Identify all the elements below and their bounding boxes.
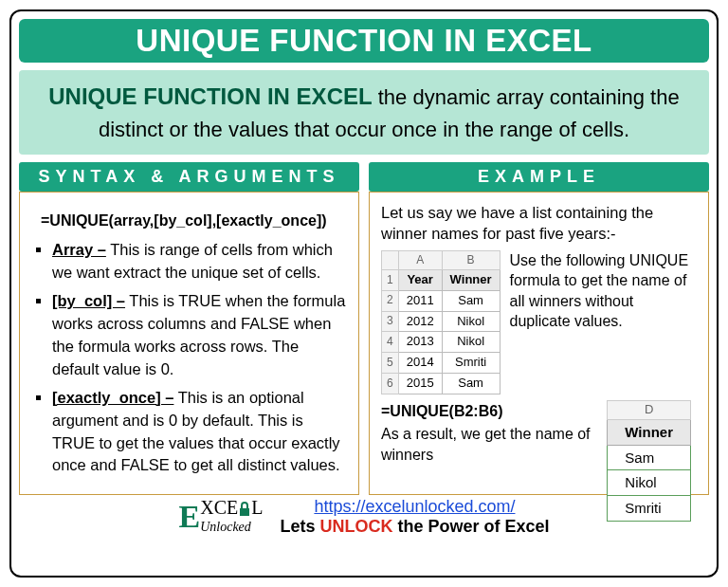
- example-body: Let us say we have a list containing the…: [369, 192, 709, 495]
- logo-letter-e: E: [179, 503, 201, 532]
- row-num: 3: [382, 311, 399, 332]
- example-row1: AB 1YearWinner 22011Sam 32012Nikol 42013…: [381, 250, 697, 394]
- example-intro: Let us say we have a list containing the…: [381, 202, 697, 245]
- syntax-heading: SYNTAX & ARGUMENTS: [19, 162, 359, 192]
- syntax-column: SYNTAX & ARGUMENTS =UNIQUE(array,[by_col…: [19, 162, 359, 495]
- main-title: UNIQUE FUNCTION IN EXCEL: [19, 19, 709, 63]
- header-year: Year: [398, 269, 442, 290]
- col-header-b: B: [442, 250, 500, 269]
- example-column: EXAMPLE Let us say we have a list contai…: [369, 162, 709, 495]
- description-lead: UNIQUE FUNCTION IN EXCEL: [48, 83, 372, 109]
- cell: 2011: [398, 290, 442, 311]
- cell: 2012: [398, 311, 442, 332]
- row-num: 2: [382, 290, 399, 311]
- arg-item: [exactly_once] – This is an optional arg…: [52, 387, 347, 478]
- syntax-formula: =UNIQUE(array,[by_col],[exactly_once]): [41, 210, 347, 231]
- columns-wrap: SYNTAX & ARGUMENTS =UNIQUE(array,[by_col…: [19, 162, 709, 495]
- arg-item: [by_col] – This is TRUE when the formula…: [52, 290, 347, 381]
- argument-list: Array – This is range of cells from whic…: [31, 239, 347, 477]
- logo-text-top: XCEL: [200, 497, 263, 518]
- cell: 2013: [398, 332, 442, 353]
- cell: 2015: [398, 374, 442, 394]
- result-cell: Sam: [608, 445, 691, 470]
- syntax-body: =UNIQUE(array,[by_col],[exactly_once]) A…: [19, 192, 359, 495]
- logo: E XCEL Unlocked: [179, 499, 264, 535]
- infographic-card: UNIQUE FUNCTION IN EXCEL UNIQUE FUNCTION…: [9, 9, 719, 578]
- result-cell: Smriti: [608, 496, 691, 522]
- example-row2: =UNIQUE(B2:B6) As a result, we get the n…: [381, 400, 697, 522]
- arg-name: Array –: [52, 241, 106, 258]
- row-num: 4: [382, 332, 399, 353]
- row-num: 1: [382, 269, 399, 290]
- arg-name: [exactly_once] –: [52, 389, 173, 406]
- example-instruction: Use the following UNIQUE formula to get …: [510, 250, 697, 394]
- lock-icon: [239, 502, 250, 517]
- row-num: 6: [382, 374, 399, 394]
- cell: Smriti: [442, 353, 500, 374]
- example-heading: EXAMPLE: [369, 162, 709, 192]
- logo-text-bottom: Unlocked: [200, 520, 251, 534]
- result-header: Winner: [608, 419, 691, 445]
- col-header-a: A: [398, 250, 442, 269]
- result-table: D Winner Sam Nikol Smriti: [607, 400, 691, 522]
- cell: Sam: [442, 290, 500, 311]
- cell: Nikol: [442, 311, 500, 332]
- cell: Nikol: [442, 332, 500, 353]
- result-cell: Nikol: [608, 470, 691, 496]
- arg-name: [by_col] –: [52, 292, 125, 309]
- description-box: UNIQUE FUNCTION IN EXCEL the dynamic arr…: [19, 70, 709, 155]
- source-data-table: AB 1YearWinner 22011Sam 32012Nikol 42013…: [381, 250, 500, 394]
- header-winner: Winner: [442, 269, 500, 290]
- cell: 2014: [398, 353, 442, 374]
- result-intro: As a result, we get the name of winners: [381, 424, 595, 465]
- result-col-header: D: [608, 400, 691, 419]
- arg-item: Array – This is range of cells from whic…: [52, 239, 347, 284]
- cell: Sam: [442, 374, 500, 394]
- row-num: 5: [382, 353, 399, 374]
- example-formula: =UNIQUE(B2:B6): [381, 400, 595, 422]
